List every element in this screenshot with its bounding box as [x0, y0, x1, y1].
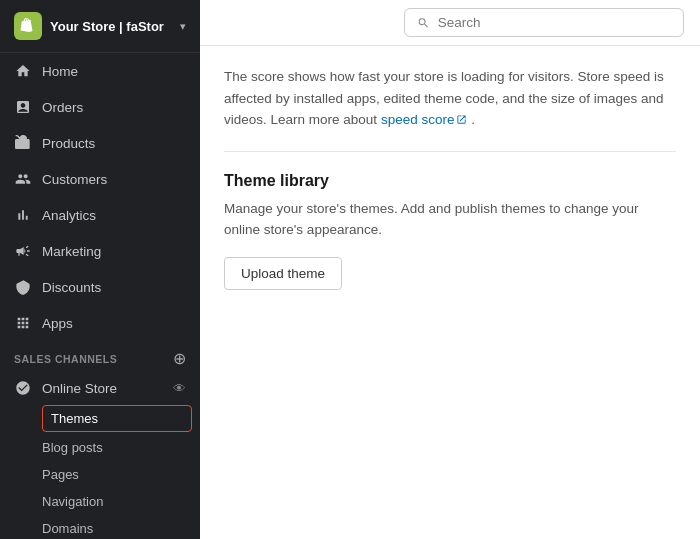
discounts-icon [14, 278, 32, 296]
analytics-icon [14, 206, 32, 224]
sidebar-item-domains[interactable]: Domains [42, 515, 200, 539]
search-icon [417, 16, 430, 30]
speed-link-text: speed score [381, 109, 455, 131]
sidebar-item-discounts[interactable]: Discounts [0, 269, 200, 305]
search-bar[interactable] [404, 8, 684, 37]
home-icon [14, 62, 32, 80]
sales-channels-section: SALES CHANNELS ⊕ [0, 341, 200, 371]
sidebar-item-navigation[interactable]: Navigation [42, 488, 200, 515]
add-channel-button[interactable]: ⊕ [173, 351, 186, 367]
sidebar-item-apps-label: Apps [42, 316, 73, 331]
sidebar-item-orders[interactable]: Orders [0, 89, 200, 125]
sidebar-item-online-store[interactable]: Online Store 👁 [0, 371, 200, 405]
online-store-subnav: Themes Blog posts Pages Navigation Domai… [0, 405, 200, 539]
sales-channels-label: SALES CHANNELS [14, 353, 117, 365]
orders-icon [14, 98, 32, 116]
external-link-icon [456, 114, 467, 125]
upload-theme-button[interactable]: Upload theme [224, 257, 342, 290]
search-input[interactable] [438, 15, 671, 30]
theme-library-description: Manage your store's themes. Add and publ… [224, 198, 676, 241]
sidebar: Your Store | faStor ▾ Home Orders Produc… [0, 0, 200, 539]
content-area: The score shows how fast your store is l… [200, 46, 700, 539]
sidebar-item-blog-posts[interactable]: Blog posts [42, 434, 200, 461]
theme-library-title: Theme library [224, 172, 676, 190]
sidebar-item-apps[interactable]: Apps [0, 305, 200, 341]
speed-score-link[interactable]: speed score [381, 109, 468, 131]
speed-desc-period: . [471, 112, 475, 127]
sidebar-item-marketing[interactable]: Marketing [0, 233, 200, 269]
themes-wrapper: Themes [42, 405, 200, 432]
online-store-icon [14, 379, 32, 397]
marketing-icon [14, 242, 32, 260]
shopify-logo-icon [19, 17, 37, 35]
products-icon [14, 134, 32, 152]
sidebar-item-home[interactable]: Home [0, 53, 200, 89]
sidebar-item-home-label: Home [42, 64, 78, 79]
sidebar-item-products[interactable]: Products [0, 125, 200, 161]
sidebar-item-analytics[interactable]: Analytics [0, 197, 200, 233]
sidebar-header[interactable]: Your Store | faStor ▾ [0, 0, 200, 53]
sidebar-item-orders-label: Orders [42, 100, 83, 115]
apps-icon [14, 314, 32, 332]
sidebar-item-customers-label: Customers [42, 172, 107, 187]
sidebar-item-themes[interactable]: Themes [42, 405, 192, 432]
topbar [200, 0, 700, 46]
sidebar-item-pages[interactable]: Pages [42, 461, 200, 488]
sidebar-item-analytics-label: Analytics [42, 208, 96, 223]
speed-description: The score shows how fast your store is l… [224, 66, 676, 131]
section-divider [224, 151, 676, 152]
online-store-label: Online Store [42, 381, 163, 396]
sidebar-item-products-label: Products [42, 136, 95, 151]
eye-icon[interactable]: 👁 [173, 381, 186, 396]
sidebar-item-discounts-label: Discounts [42, 280, 101, 295]
sidebar-item-customers[interactable]: Customers [0, 161, 200, 197]
store-chevron-icon: ▾ [180, 20, 186, 33]
sidebar-item-marketing-label: Marketing [42, 244, 101, 259]
customers-icon [14, 170, 32, 188]
store-name-label: Your Store | faStor [50, 19, 172, 34]
shopify-logo [14, 12, 42, 40]
main-content: The score shows how fast your store is l… [200, 0, 700, 539]
